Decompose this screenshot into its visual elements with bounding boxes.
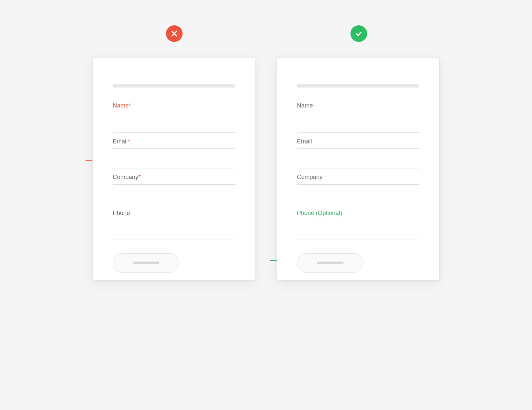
email-input[interactable] — [297, 148, 419, 168]
phone-field: Phone (Optional) — [297, 210, 419, 240]
submit-button[interactable] — [113, 253, 179, 273]
bad-form-card: Name* Email* Company* Phone — [92, 57, 255, 280]
name-label: Name* — [113, 102, 235, 109]
phone-input[interactable] — [113, 220, 235, 240]
company-field: Company — [297, 174, 419, 204]
name-input[interactable] — [297, 113, 419, 133]
good-form-card: Name Email Company Phone (Optional) — [277, 57, 440, 280]
good-badge — [350, 25, 367, 42]
phone-input[interactable] — [297, 220, 419, 240]
email-label: Email* — [113, 138, 235, 145]
bad-badge — [166, 25, 183, 42]
company-label: Company* — [113, 174, 235, 181]
form-title-placeholder — [297, 84, 419, 88]
email-label: Email — [297, 138, 419, 145]
phone-field: Phone — [113, 210, 235, 240]
submit-label-placeholder — [317, 262, 343, 264]
name-label: Name — [297, 102, 419, 109]
close-icon — [171, 30, 178, 37]
submit-label-placeholder — [133, 262, 159, 264]
name-field: Name — [297, 102, 419, 133]
name-input[interactable] — [113, 113, 235, 133]
submit-button[interactable] — [297, 253, 363, 273]
form-title-placeholder — [113, 84, 235, 88]
name-field: Name* — [113, 102, 235, 133]
company-input[interactable] — [113, 184, 235, 204]
phone-label: Phone — [113, 210, 235, 217]
company-input[interactable] — [297, 184, 419, 204]
email-input[interactable] — [113, 148, 235, 168]
email-field: Email* — [113, 138, 235, 169]
comparison-diagram: Name* Email* Company* Phone — [61, 0, 471, 326]
company-field: Company* — [113, 174, 235, 204]
company-label: Company — [297, 174, 419, 181]
phone-label: Phone (Optional) — [297, 210, 419, 217]
check-icon — [355, 30, 363, 38]
email-field: Email — [297, 138, 419, 169]
